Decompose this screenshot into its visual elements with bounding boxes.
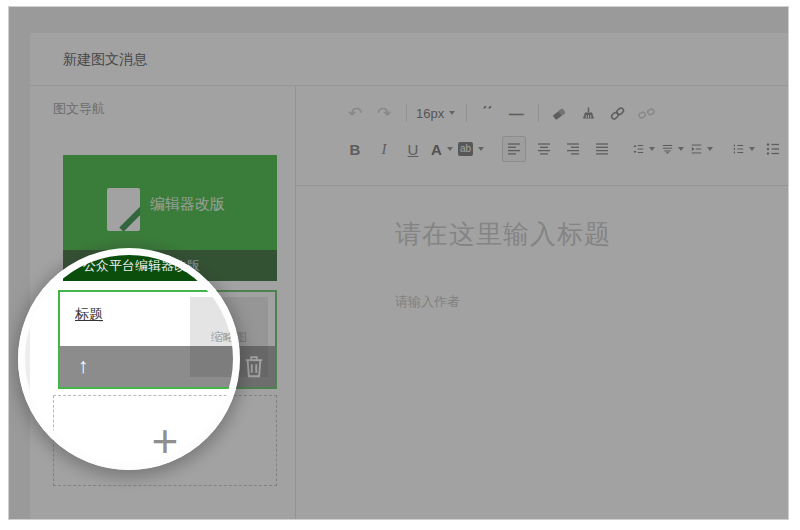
quote-icon: ” (481, 106, 493, 120)
blockquote-button[interactable]: ” (476, 101, 498, 125)
horizontal-rule-button[interactable]: — (505, 101, 527, 125)
cover-article-item[interactable]: 编辑器改版 公众平台编辑器改版 (63, 155, 277, 281)
line-height-button[interactable] (633, 137, 655, 161)
hr-icon: — (509, 105, 524, 122)
up-arrow-icon: ↑ (78, 354, 89, 377)
toolbar-row-1: ↶ ↷ 16px ” — (344, 99, 788, 127)
chevron-down-icon (449, 111, 455, 115)
align-left-icon (507, 142, 521, 156)
item-hover-bar: ↑ (60, 346, 275, 387)
toolbar-row-2: B I U A ab (344, 135, 788, 163)
cover-caption: 公众平台编辑器改版 (63, 250, 277, 281)
redo-icon: ↷ (377, 105, 391, 122)
bold-button[interactable]: B (344, 137, 366, 161)
letter-spacing-button[interactable] (662, 137, 684, 161)
underline-button[interactable]: U (402, 137, 424, 161)
chevron-down-icon (478, 147, 484, 151)
cover-title: 编辑器改版 (150, 195, 225, 214)
unlink-icon (638, 106, 655, 121)
undo-icon: ↶ (348, 105, 362, 122)
page-title: 新建图文消息 (30, 33, 788, 86)
link-button[interactable] (606, 101, 628, 125)
toolbar-divider (538, 104, 539, 122)
indent-button[interactable] (691, 137, 713, 161)
undo-button[interactable]: ↶ (344, 101, 366, 125)
thumbnail-label: 缩略图 (211, 329, 247, 346)
chevron-down-icon (707, 147, 713, 151)
add-article-button[interactable]: + (53, 395, 277, 486)
chevron-down-icon (649, 147, 655, 151)
plus-icon: + (152, 418, 179, 464)
align-left-button[interactable] (502, 136, 526, 162)
article-nav-sidebar: 图文导航 编辑器改版 公众平台编辑器改版 标题 缩略图 ↑ (30, 86, 296, 519)
eraser-icon (551, 106, 567, 121)
article-item-selected[interactable]: 标题 缩略图 ↑ (58, 290, 277, 389)
article-title-link[interactable]: 标题 (75, 306, 103, 324)
trash-icon (243, 354, 265, 378)
align-center-button[interactable] (533, 137, 555, 161)
editor-author-placeholder[interactable]: 请输入作者 (395, 293, 788, 311)
ordered-list-button[interactable] (733, 137, 755, 161)
chevron-down-icon (678, 147, 684, 151)
align-center-icon (537, 142, 551, 156)
align-right-button[interactable] (562, 137, 584, 161)
indent-icon (691, 142, 702, 156)
align-justify-icon (595, 142, 609, 156)
toolbar-divider (466, 104, 467, 122)
font-size-select[interactable]: 16px (416, 101, 455, 125)
app-viewport: 新建图文消息 图文导航 编辑器改版 公众平台编辑器改版 标题 缩略图 (9, 7, 788, 519)
redo-button[interactable]: ↷ (373, 101, 395, 125)
editor-title-placeholder[interactable]: 请在这里输入标题 (395, 217, 788, 252)
align-justify-button[interactable] (591, 137, 613, 161)
editor-panel: ↶ ↷ 16px ” — (296, 86, 788, 519)
chevron-down-icon (447, 147, 453, 151)
toolbar-divider (406, 104, 407, 122)
link-icon (609, 106, 626, 121)
bullet-list-button[interactable] (762, 137, 784, 161)
highlight-color-button[interactable]: ab (460, 137, 482, 161)
document-edit-icon (107, 188, 140, 231)
editor-content-area[interactable]: 请在这里输入标题 请输入作者 (296, 186, 788, 311)
main-panel: 新建图文消息 图文导航 编辑器改版 公众平台编辑器改版 标题 缩略图 (30, 33, 788, 519)
nav-title: 图文导航 (30, 86, 295, 118)
line-height-icon (633, 142, 644, 156)
italic-button[interactable]: I (373, 137, 395, 161)
ordered-list-icon (733, 142, 744, 156)
align-right-icon (566, 142, 580, 156)
font-color-button[interactable]: A (431, 137, 453, 161)
letter-spacing-icon (662, 142, 673, 156)
font-size-value: 16px (416, 106, 444, 121)
chevron-down-icon (749, 147, 755, 151)
bullet-list-icon (766, 142, 780, 156)
unlink-button[interactable] (635, 101, 657, 125)
format-brush-button[interactable] (577, 101, 599, 125)
broom-icon (581, 106, 596, 121)
move-up-button[interactable]: ↑ (70, 352, 96, 380)
delete-button[interactable] (243, 354, 265, 378)
editor-toolbar: ↶ ↷ 16px ” — (296, 86, 788, 186)
eraser-button[interactable] (548, 101, 570, 125)
